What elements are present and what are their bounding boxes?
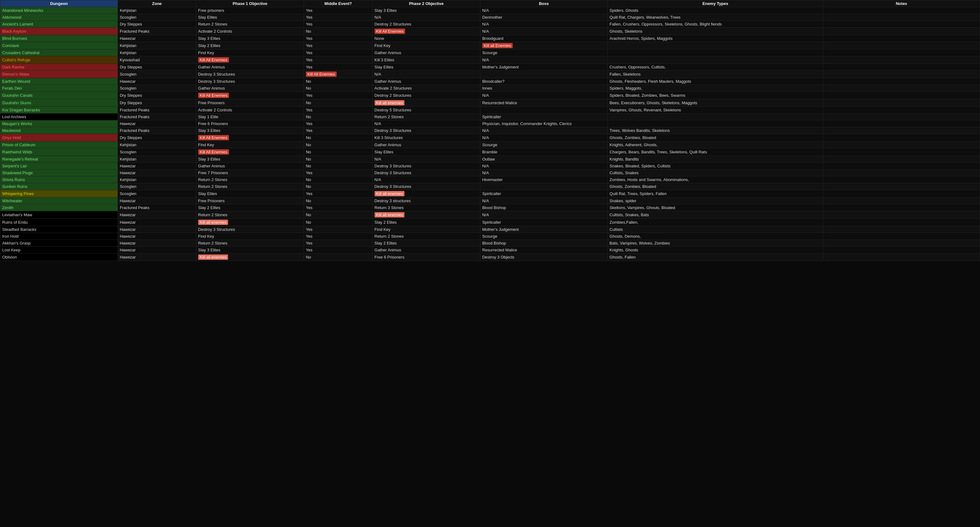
phase1-cell: Gather Animus	[196, 163, 304, 170]
phase1-cell: Find Key	[196, 142, 304, 148]
enemy-types-cell: Ghosts, Fallen	[608, 253, 823, 261]
phase2-cell: Destroy 5 Structures	[372, 107, 480, 113]
table-row: Shadowed PlugeHawezarFree 7 PrisonersYes…	[0, 170, 980, 177]
dungeon-name: Zenith	[0, 204, 118, 211]
phase1-cell: Find Key	[196, 49, 304, 56]
phase2-cell: Return 2 Stones	[372, 113, 480, 120]
table-row: Raethwind WildsScosglenKill All EnemiesN…	[0, 148, 980, 156]
notes-cell	[823, 142, 980, 148]
table-row: Kor Dragan BarracksFractured PeaksActiva…	[0, 107, 980, 113]
zone-cell: Hawezar	[118, 253, 196, 261]
enemy-types-cell: Bats, Vampires, Wolves, Zombies	[608, 240, 823, 247]
notes-cell	[823, 183, 980, 190]
notes-cell	[823, 78, 980, 85]
boss-cell: Innes	[480, 85, 607, 92]
phase2-cell: Gather Animus	[372, 49, 480, 56]
boss-cell: N/A	[480, 28, 607, 35]
zone-cell: Kehjistan	[118, 142, 196, 148]
zone-cell: Scosglen	[118, 183, 196, 190]
middle-event-cell: Yes	[304, 107, 372, 113]
enemy-types-cell	[608, 113, 823, 120]
dungeon-name: Serpent's Lair	[0, 163, 118, 170]
notes-cell	[823, 85, 980, 92]
notes-cell	[823, 247, 980, 253]
dungeon-name: Maulwood	[0, 127, 118, 134]
middle-event-cell: Yes	[304, 190, 372, 197]
dungeon-name: Blind Burrows	[0, 35, 118, 42]
dungeon-name: Lost Archives	[0, 113, 118, 120]
table-row: Onyx HoldDry SteppesKill All EnemiesNoKi…	[0, 134, 980, 142]
notes-cell	[823, 233, 980, 240]
phase2-cell: Slay 2 Elites	[372, 219, 480, 226]
dungeon-name: Black Asylum	[0, 28, 118, 35]
notes-cell	[823, 240, 980, 247]
phase1-cell: Free Prisoners	[196, 99, 304, 107]
enemy-types-cell	[608, 49, 823, 56]
middle-event-cell: Yes	[304, 233, 372, 240]
enemy-types-cell	[608, 56, 823, 64]
phase2-cell: Kill 3 Elites	[372, 56, 480, 64]
enemy-types-cell: Knights, Adherent, Ghosts,	[608, 142, 823, 148]
table-row: WitchwaterHawezarFree PrisonersNoDestroy…	[0, 197, 980, 204]
col-header-notes: Notes	[823, 0, 980, 7]
middle-event-cell: Yes	[304, 49, 372, 56]
table-row: MaulwoodFractured PeaksSlay 3 ElitesYesD…	[0, 127, 980, 134]
notes-cell	[823, 49, 980, 56]
enemy-types-cell: Snakes, Bloated, Spiders, Cultists	[608, 163, 823, 170]
boss-cell	[480, 183, 607, 190]
enemy-types-cell: Skeltons, Vampires, Ghouls, Bloated	[608, 204, 823, 211]
boss-cell: Scourge	[480, 142, 607, 148]
notes-cell	[823, 226, 980, 233]
middle-event-cell: Yes	[304, 226, 372, 233]
zone-cell: Hawezar	[118, 170, 196, 177]
middle-event-cell: Yes	[304, 127, 372, 134]
enemy-types-cell: Ghosts, Flesheaters, Flesh Maulers, Magg…	[608, 78, 823, 85]
boss-cell: Resurrected Malice	[480, 247, 607, 253]
dungeon-name: Renegade's Retreat	[0, 156, 118, 163]
phase1-cell: Return 2 Stones	[196, 177, 304, 183]
boss-cell: Mother's Judgement	[480, 226, 607, 233]
middle-event-cell: No	[304, 163, 372, 170]
middle-event-cell: No	[304, 78, 372, 85]
notes-cell	[823, 163, 980, 170]
table-row: Dark RavineDry SteppesGather AnimusYesSl…	[0, 64, 980, 71]
table-row: Black AsylumFractured PeaksActivate 2 Co…	[0, 28, 980, 35]
phase2-cell: Destroy 3 Structures	[372, 127, 480, 134]
table-row: Blind BurrowsHawezarSlay 3 ElitesYesNone…	[0, 35, 980, 42]
phase1-cell: Kill All Enemies	[196, 148, 304, 156]
dungeon-name: Whispering Pines	[0, 190, 118, 197]
phase1-cell: Kill All Enemies	[196, 92, 304, 99]
boss-cell: N/A	[480, 127, 607, 134]
phase1-cell: Slay Elites	[196, 190, 304, 197]
phase2-cell: Destroy 2 Structures	[372, 92, 480, 99]
phase2-cell: Destroy 3 Structures	[372, 163, 480, 170]
phase2-cell: Return 2 Stones	[372, 233, 480, 240]
zone-cell: Hawezar	[118, 78, 196, 85]
phase1-cell: Destroy 3 Structures	[196, 226, 304, 233]
table-row: Iron HoldHawezarFind KeyYesReturn 2 Ston…	[0, 233, 980, 240]
notes-cell	[823, 170, 980, 177]
table-row: Demon's WakeScosglenDestroy 3 Structures…	[0, 71, 980, 78]
zone-cell: Hawezar	[118, 219, 196, 226]
phase1-cell: Destroy 3 Structures	[196, 71, 304, 78]
notes-cell	[823, 21, 980, 28]
table-row: Ferals DenScosglenGather AnimusNoActivat…	[0, 85, 980, 92]
enemy-types-cell: Ghosts, Zombies, Bloated	[608, 134, 823, 142]
boss-cell: Hivemaster	[480, 177, 607, 183]
phase2-cell: Find Key	[372, 42, 480, 49]
enemy-types-cell: Spiders, Maggots,	[608, 85, 823, 92]
phase1-cell: Gather Animus	[196, 64, 304, 71]
middle-event-cell: No	[304, 197, 372, 204]
dungeon-name: Shivta Ruins	[0, 177, 118, 183]
dungeon-name: Witchwater	[0, 197, 118, 204]
notes-cell	[823, 211, 980, 219]
middle-event-cell: No	[304, 156, 372, 163]
notes-cell	[823, 120, 980, 127]
dungeon-name: Sunken Ruins	[0, 183, 118, 190]
middle-event-cell: No	[304, 177, 372, 183]
middle-event-cell: Kill All Enemies	[304, 71, 372, 78]
dungeon-name: Ferals Den	[0, 85, 118, 92]
notes-cell	[823, 28, 980, 35]
notes-cell	[823, 197, 980, 204]
dungeon-name: Dark Ravine	[0, 64, 118, 71]
